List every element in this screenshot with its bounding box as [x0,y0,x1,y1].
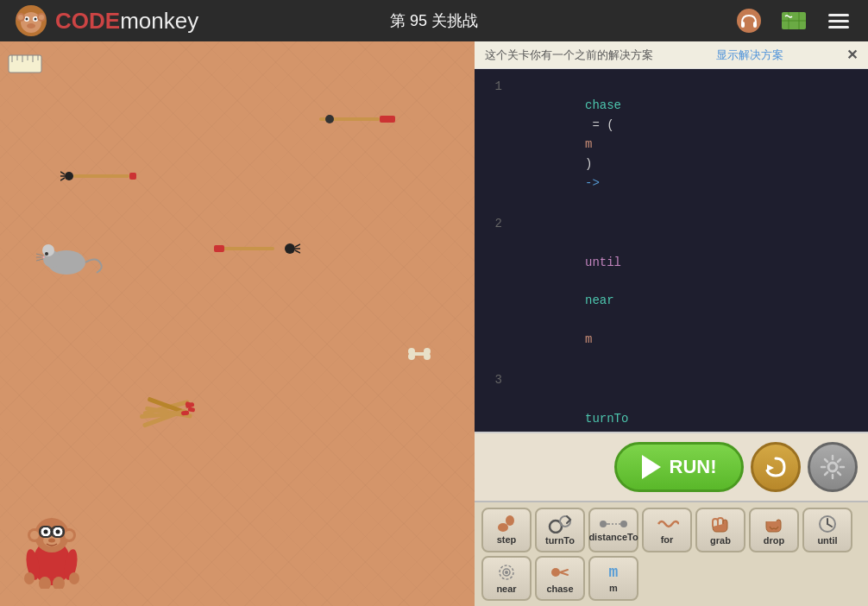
code-editor[interactable]: 1 chase = ( m ) -> 2 until near [475,69,868,432]
chase-label: chase [546,584,573,594]
tool-until[interactable]: until [802,508,852,552]
until-icon [816,514,839,533]
match-stick-2 [60,169,138,187]
reset-button[interactable] [751,442,801,492]
svg-line-98 [827,524,832,527]
tool-m[interactable]: m m [588,556,638,601]
logo-area: CODEmonkey [14,3,198,38]
svg-marker-85 [767,464,774,471]
turnto-label: turnTo [545,535,575,546]
svg-rect-12 [741,22,745,28]
code-line-3: 3 turnTo m [475,369,868,432]
gear-icon [820,454,846,480]
code-line-2: 2 until near m [475,213,868,369]
prev-solution-banner: 这个关卡你有一个之前的解决方案 显示解决方案 ✕ [475,41,868,69]
svg-point-82 [69,572,79,584]
drop-icon [763,514,785,533]
svg-rect-13 [753,22,757,28]
svg-rect-59 [188,407,196,412]
show-solution-link[interactable]: 显示解决方案 [716,47,783,63]
svg-line-39 [36,254,43,256]
top-icons [733,5,854,36]
svg-rect-16 [828,20,849,22]
svg-point-76 [44,530,48,534]
svg-point-6 [27,23,35,28]
svg-point-37 [45,252,48,256]
svg-point-52 [424,353,431,360]
svg-rect-17 [828,26,849,28]
tool-step[interactable]: step [481,508,531,552]
tool-chase[interactable]: chase [535,556,585,601]
svg-point-102 [551,568,560,577]
tool-for[interactable]: for [642,508,692,552]
run-button[interactable]: RUN! [614,442,744,492]
reset-icon [763,454,789,480]
svg-rect-29 [129,173,136,180]
svg-point-88 [506,515,514,526]
distanceto-icon [600,518,627,530]
svg-line-41 [36,259,43,261]
svg-point-50 [408,353,415,360]
svg-rect-60 [181,411,189,416]
tool-distanceto[interactable]: distanceTo [588,508,638,552]
menu-button[interactable] [823,5,854,36]
map-button[interactable] [778,5,809,36]
svg-point-30 [65,172,73,180]
distanceto-label: distanceTo [588,532,638,542]
turnto-icon [548,514,572,533]
svg-rect-26 [380,116,395,123]
code-line-1: 1 chase = ( m ) -> [475,76,868,213]
right-panel: 这个关卡你有一个之前的解决方案 显示解决方案 ✕ 1 chase = ( m )… [475,41,868,606]
close-banner-button[interactable]: ✕ [846,47,858,63]
svg-line-31 [60,172,65,174]
match-stick-3 [214,242,300,260]
svg-point-95 [620,521,627,527]
m-value: m [609,564,619,581]
grab-label: grab [710,535,731,546]
audio-button[interactable] [733,5,764,36]
until-label: until [817,535,837,546]
svg-point-5 [35,18,37,21]
for-label: for [661,534,674,545]
m-label: m [609,583,618,593]
settings-button[interactable] [808,442,858,492]
logo-icon [14,3,48,38]
match-pile [138,380,198,436]
tool-turnto[interactable]: turnTo [535,508,585,552]
prev-solution-text: 这个关卡你有一个之前的解决方案 [485,47,653,63]
near-icon [495,563,518,582]
svg-line-33 [60,178,65,180]
chase-icon [549,563,571,582]
svg-point-9 [18,15,23,20]
svg-point-86 [828,463,837,471]
svg-line-47 [295,250,300,253]
play-icon [642,455,661,479]
step-label: step [497,534,517,545]
svg-point-81 [24,572,35,584]
svg-point-87 [498,523,508,532]
svg-point-91 [600,521,607,527]
svg-point-44 [285,243,295,254]
svg-point-36 [42,244,54,256]
match-stick-1 [319,112,397,130]
tool-grab[interactable]: grab [695,508,745,552]
run-controls: RUN! [475,432,868,501]
top-bar: CODEmonkey 第 95 关挑战 [0,0,868,41]
svg-line-45 [295,244,300,247]
svg-rect-18 [9,55,41,73]
toolbar-row1: step turnTo [481,508,861,552]
run-label: RUN! [670,456,717,478]
ruler [7,48,43,79]
bone-item [407,347,431,365]
main-layout: 这个关卡你有一个之前的解决方案 显示解决方案 ✕ 1 chase = ( m )… [0,41,868,606]
svg-point-11 [737,9,761,33]
bottom-toolbar: step turnTo [475,501,868,606]
svg-point-77 [56,530,60,534]
tool-drop[interactable]: drop [749,508,799,552]
logo-text: CODEmonkey [55,7,198,35]
svg-point-27 [325,115,334,123]
for-icon [655,515,679,533]
svg-point-10 [39,15,44,20]
game-area [0,41,475,606]
tool-near[interactable]: near [481,556,531,601]
